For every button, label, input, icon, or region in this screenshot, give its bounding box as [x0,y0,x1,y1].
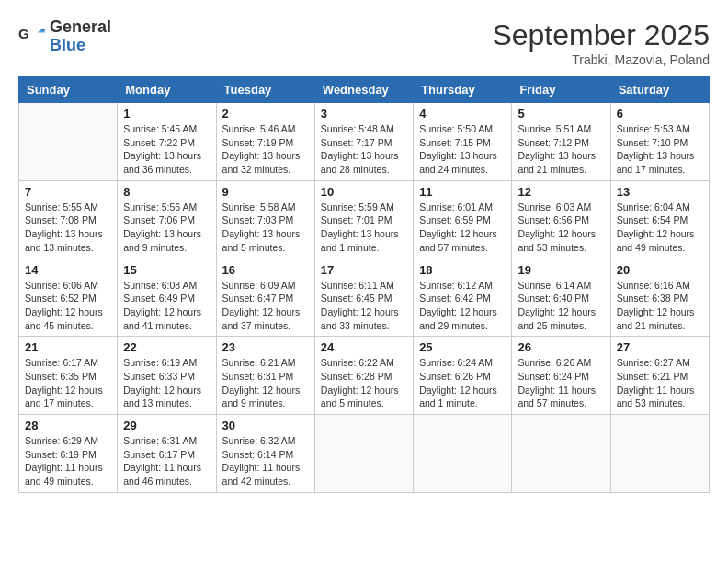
day-info: Sunrise: 5:55 AMSunset: 7:08 PMDaylight:… [25,201,111,255]
day-info: Sunrise: 5:48 AMSunset: 7:17 PMDaylight:… [321,122,407,177]
day-number: 8 [123,185,210,199]
day-number: 1 [123,107,210,121]
calendar-cell: 29Sunrise: 6:31 AMSunset: 6:17 PMDayligh… [118,415,216,493]
title-block: September 2025 Trabki, Mazovia, Poland [492,18,710,67]
calendar-week-row: 21Sunrise: 6:17 AMSunset: 6:35 PMDayligh… [19,337,710,415]
weekday-header: Thursday [414,77,512,103]
calendar-cell: 17Sunrise: 6:11 AMSunset: 6:45 PMDayligh… [314,259,413,337]
day-info: Sunrise: 5:46 AMSunset: 7:19 PMDaylight:… [222,122,309,177]
calendar-week-row: 28Sunrise: 6:29 AMSunset: 6:19 PMDayligh… [19,415,710,493]
day-number: 2 [222,107,309,121]
calendar-cell: 21Sunrise: 6:17 AMSunset: 6:35 PMDayligh… [19,337,118,415]
calendar-cell: 22Sunrise: 6:19 AMSunset: 6:33 PMDayligh… [118,337,216,415]
day-number: 30 [222,419,309,432]
day-info: Sunrise: 6:12 AMSunset: 6:42 PMDaylight:… [419,279,506,333]
day-number: 17 [321,263,407,277]
weekday-header: Monday [118,77,216,103]
weekday-header: Sunday [19,77,118,103]
day-number: 24 [321,340,407,354]
day-number: 10 [321,185,407,199]
day-info: Sunrise: 6:01 AMSunset: 6:59 PMDaylight:… [419,201,506,255]
day-number: 3 [321,107,407,121]
calendar-cell: 7Sunrise: 5:55 AMSunset: 7:08 PMDaylight… [19,180,118,259]
day-info: Sunrise: 6:24 AMSunset: 6:26 PMDaylight:… [419,356,506,410]
calendar-cell [314,415,413,493]
day-info: Sunrise: 6:03 AMSunset: 6:56 PMDaylight:… [518,201,604,255]
day-info: Sunrise: 6:08 AMSunset: 6:49 PMDaylight:… [123,279,210,333]
day-info: Sunrise: 5:50 AMSunset: 7:15 PMDaylight:… [419,122,506,177]
calendar-cell: 18Sunrise: 6:12 AMSunset: 6:42 PMDayligh… [414,259,512,337]
day-info: Sunrise: 6:21 AMSunset: 6:31 PMDaylight:… [222,356,309,410]
day-number: 28 [25,419,111,432]
day-info: Sunrise: 6:16 AMSunset: 6:38 PMDaylight:… [617,279,703,333]
day-number: 22 [123,340,210,354]
day-info: Sunrise: 6:31 AMSunset: 6:17 PMDaylight:… [123,434,210,488]
day-number: 5 [518,107,604,121]
day-info: Sunrise: 6:32 AMSunset: 6:14 PMDaylight:… [222,434,309,488]
calendar-week-row: 7Sunrise: 5:55 AMSunset: 7:08 PMDaylight… [19,180,710,259]
calendar-cell [19,103,118,181]
day-number: 15 [123,263,210,277]
day-info: Sunrise: 5:45 AMSunset: 7:22 PMDaylight:… [123,122,210,177]
calendar-cell: 13Sunrise: 6:04 AMSunset: 6:54 PMDayligh… [610,180,709,259]
day-info: Sunrise: 5:56 AMSunset: 7:06 PMDaylight:… [123,201,210,255]
calendar-cell: 11Sunrise: 6:01 AMSunset: 6:59 PMDayligh… [414,180,512,259]
calendar-cell [512,415,610,493]
calendar-cell: 27Sunrise: 6:27 AMSunset: 6:21 PMDayligh… [610,337,709,415]
day-info: Sunrise: 5:53 AMSunset: 7:10 PMDaylight:… [617,122,703,177]
calendar-cell: 1Sunrise: 5:45 AMSunset: 7:22 PMDaylight… [118,103,216,181]
day-info: Sunrise: 5:59 AMSunset: 7:01 PMDaylight:… [321,201,407,255]
calendar-cell: 19Sunrise: 6:14 AMSunset: 6:40 PMDayligh… [512,259,610,337]
weekday-header: Saturday [610,77,709,103]
calendar-table: SundayMondayTuesdayWednesdayThursdayFrid… [18,76,710,493]
weekday-header: Tuesday [216,77,314,103]
logo-blue: Blue [50,36,85,54]
logo-general: General [50,17,111,36]
day-info: Sunrise: 6:06 AMSunset: 6:52 PMDaylight:… [25,279,111,333]
calendar-cell: 3Sunrise: 5:48 AMSunset: 7:17 PMDaylight… [314,103,413,181]
calendar-cell: 15Sunrise: 6:08 AMSunset: 6:49 PMDayligh… [118,259,216,337]
day-info: Sunrise: 6:19 AMSunset: 6:33 PMDaylight:… [123,356,210,410]
day-number: 6 [617,107,703,121]
day-number: 4 [419,107,506,121]
calendar-cell: 28Sunrise: 6:29 AMSunset: 6:19 PMDayligh… [19,415,118,493]
day-number: 26 [518,340,604,354]
calendar-cell: 30Sunrise: 6:32 AMSunset: 6:14 PMDayligh… [216,415,314,493]
calendar-cell: 26Sunrise: 6:26 AMSunset: 6:24 PMDayligh… [512,337,610,415]
day-number: 29 [123,419,210,432]
calendar-cell: 10Sunrise: 5:59 AMSunset: 7:01 PMDayligh… [314,180,413,259]
day-info: Sunrise: 6:29 AMSunset: 6:19 PMDaylight:… [25,434,111,488]
day-number: 9 [222,185,309,199]
calendar-cell: 2Sunrise: 5:46 AMSunset: 7:19 PMDaylight… [216,103,314,181]
calendar-cell: 4Sunrise: 5:50 AMSunset: 7:15 PMDaylight… [414,103,512,181]
day-info: Sunrise: 6:11 AMSunset: 6:45 PMDaylight:… [321,279,407,333]
day-number: 16 [222,263,309,277]
page-header: G General Blue September 2025 Trabki, Ma… [18,18,710,67]
day-number: 23 [222,340,309,354]
day-info: Sunrise: 6:26 AMSunset: 6:24 PMDaylight:… [518,356,604,410]
logo-icon: G [18,23,46,51]
location: Trabki, Mazovia, Poland [492,52,710,67]
calendar-cell: 6Sunrise: 5:53 AMSunset: 7:10 PMDaylight… [610,103,709,181]
calendar-header-row: SundayMondayTuesdayWednesdayThursdayFrid… [19,77,710,103]
calendar-cell: 14Sunrise: 6:06 AMSunset: 6:52 PMDayligh… [19,259,118,337]
weekday-header: Wednesday [314,77,413,103]
day-info: Sunrise: 6:22 AMSunset: 6:28 PMDaylight:… [321,356,407,410]
day-info: Sunrise: 5:58 AMSunset: 7:03 PMDaylight:… [222,201,309,255]
day-number: 25 [419,340,506,354]
calendar-week-row: 1Sunrise: 5:45 AMSunset: 7:22 PMDaylight… [19,103,710,181]
day-info: Sunrise: 6:09 AMSunset: 6:47 PMDaylight:… [222,279,309,333]
calendar-cell: 8Sunrise: 5:56 AMSunset: 7:06 PMDaylight… [118,180,216,259]
calendar-cell: 16Sunrise: 6:09 AMSunset: 6:47 PMDayligh… [216,259,314,337]
day-info: Sunrise: 6:27 AMSunset: 6:21 PMDaylight:… [617,356,703,410]
day-info: Sunrise: 6:04 AMSunset: 6:54 PMDaylight:… [617,201,703,255]
calendar-cell: 9Sunrise: 5:58 AMSunset: 7:03 PMDaylight… [216,180,314,259]
calendar-cell: 25Sunrise: 6:24 AMSunset: 6:26 PMDayligh… [414,337,512,415]
day-number: 7 [25,185,111,199]
day-number: 21 [25,340,111,354]
svg-text:G: G [18,25,29,40]
calendar-cell: 23Sunrise: 6:21 AMSunset: 6:31 PMDayligh… [216,337,314,415]
day-number: 14 [25,263,111,277]
calendar-cell: 12Sunrise: 6:03 AMSunset: 6:56 PMDayligh… [512,180,610,259]
calendar-week-row: 14Sunrise: 6:06 AMSunset: 6:52 PMDayligh… [19,259,710,337]
